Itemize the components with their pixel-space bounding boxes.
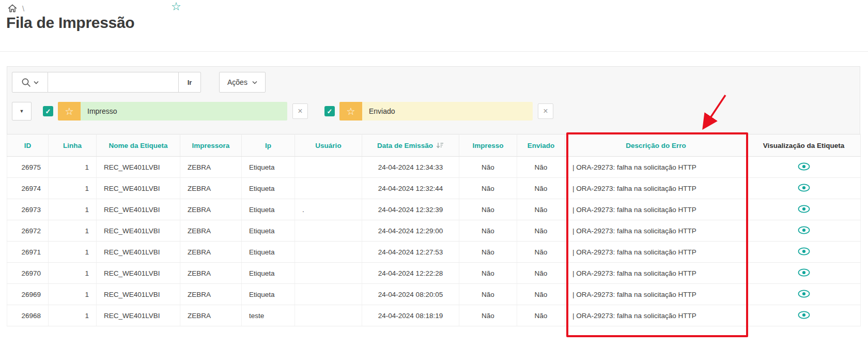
- column-header-enviado[interactable]: Enviado: [517, 134, 565, 157]
- column-header-ip[interactable]: Ip: [242, 134, 295, 157]
- actions-label: Ações: [227, 78, 247, 86]
- column-header-linha[interactable]: Linha: [49, 134, 97, 157]
- cell-impressora: ZEBRA: [180, 157, 242, 178]
- cell-ip: Etiqueta: [242, 263, 295, 284]
- column-header-label: ID: [24, 142, 32, 149]
- breadcrumb-separator: \: [22, 4, 24, 13]
- cell-data: 24-04-2024 12:27:53: [362, 242, 459, 263]
- cell-nome: REC_WE401LVBI: [97, 199, 180, 220]
- eye-icon: [797, 226, 811, 234]
- cell-erro: | ORA-29273: falha na solicitação HTTP: [565, 305, 747, 326]
- view-label-button[interactable]: [747, 284, 861, 305]
- search-input[interactable]: [48, 72, 179, 93]
- view-label-button[interactable]: [747, 199, 861, 220]
- cell-enviado: Não: [517, 305, 565, 326]
- column-header-impressora[interactable]: Impressora: [180, 134, 242, 157]
- eye-icon: [797, 184, 811, 192]
- cell-data: 24-04-2024 12:32:44: [362, 178, 459, 199]
- cell-nome: REC_WE401LVBI: [97, 157, 180, 178]
- table-row: 269721REC_WE401LVBIZEBRAEtiqueta24-04-20…: [7, 220, 861, 242]
- cell-impresso: Não: [459, 242, 517, 263]
- cell-nome: REC_WE401LVBI: [97, 242, 180, 263]
- cell-erro: | ORA-29273: falha na solicitação HTTP: [565, 220, 747, 242]
- cell-impressora: ZEBRA: [180, 178, 242, 199]
- filter-chip-impresso[interactable]: ☆ Impresso: [58, 102, 287, 121]
- eye-icon: [797, 311, 811, 319]
- eye-icon: [797, 162, 811, 171]
- cell-usuario: .: [295, 199, 362, 220]
- column-header-label: Impressora: [192, 142, 230, 149]
- column-header-label: Descrição do Erro: [626, 142, 686, 149]
- check-icon: ✓: [45, 108, 51, 115]
- filter-enviado-remove-button[interactable]: ×: [538, 103, 553, 119]
- cell-ip: Etiqueta: [242, 157, 295, 178]
- view-label-button[interactable]: [747, 157, 861, 178]
- search-icon: [21, 78, 31, 87]
- cell-id: 26972: [7, 220, 49, 242]
- filter-enviado-checkbox[interactable]: ✓: [324, 106, 335, 116]
- cell-enviado: Não: [517, 263, 565, 284]
- column-header-nome[interactable]: Nome da Etiqueta: [97, 134, 180, 157]
- view-label-button[interactable]: [747, 220, 861, 242]
- cell-ip: Etiqueta: [242, 220, 295, 242]
- cell-linha: 1: [49, 242, 97, 263]
- cell-impressora: ZEBRA: [180, 199, 242, 220]
- eye-icon: [797, 205, 811, 213]
- go-button[interactable]: Ir: [178, 72, 201, 93]
- cell-linha: 1: [49, 199, 97, 220]
- cell-impressora: ZEBRA: [180, 263, 242, 284]
- filter-impresso-checkbox[interactable]: ✓: [43, 106, 53, 116]
- cell-linha: 1: [49, 220, 97, 242]
- cell-data: 24-04-2024 12:34:33: [362, 157, 459, 178]
- cell-erro: | ORA-29273: falha na solicitação HTTP: [565, 199, 747, 220]
- cell-linha: 1: [49, 284, 97, 305]
- column-header-id[interactable]: ID: [7, 134, 49, 157]
- cell-erro: | ORA-29273: falha na solicitação HTTP: [565, 263, 747, 284]
- cell-impresso: Não: [459, 199, 517, 220]
- cell-data: 24-04-2024 08:18:19: [362, 305, 459, 326]
- view-label-button[interactable]: [747, 263, 861, 284]
- table-row: 269741REC_WE401LVBIZEBRAEtiqueta24-04-20…: [7, 178, 861, 199]
- chevron-down-icon: [34, 81, 39, 84]
- cell-enviado: Não: [517, 178, 565, 199]
- eye-icon: [797, 290, 811, 298]
- cell-nome: REC_WE401LVBI: [97, 284, 180, 305]
- cell-enviado: Não: [517, 284, 565, 305]
- cell-nome: REC_WE401LVBI: [97, 220, 180, 242]
- search-column-selector-button[interactable]: [12, 72, 48, 93]
- column-header-erro[interactable]: Descrição do Erro: [565, 134, 747, 157]
- table-row: 269711REC_WE401LVBIZEBRAEtiqueta24-04-20…: [7, 242, 861, 263]
- column-header-visual[interactable]: Visualização da Etiqueta: [747, 134, 861, 157]
- table-row: 269731REC_WE401LVBIZEBRAEtiqueta.24-04-2…: [7, 199, 861, 220]
- filter-impresso-label[interactable]: Impresso: [81, 102, 287, 121]
- cell-id: 26975: [7, 157, 49, 178]
- triangle-down-icon: ▼: [20, 109, 24, 114]
- filter-chip-enviado[interactable]: ☆ Enviado: [339, 102, 533, 121]
- favorite-star-icon[interactable]: ☆: [171, 1, 181, 12]
- cell-enviado: Não: [517, 220, 565, 242]
- star-icon[interactable]: ☆: [58, 102, 81, 121]
- cell-impressora: ZEBRA: [180, 220, 242, 242]
- column-header-data[interactable]: Data de Emissão: [362, 134, 459, 157]
- cell-id: 26974: [7, 178, 49, 199]
- column-header-impresso[interactable]: Impresso: [459, 134, 517, 157]
- view-label-button[interactable]: [747, 178, 861, 199]
- report-settings-toggle-button[interactable]: ▼: [12, 102, 32, 121]
- cell-ip: Etiqueta: [242, 242, 295, 263]
- filter-impresso-remove-button[interactable]: ×: [292, 103, 308, 119]
- filter-enviado-label[interactable]: Enviado: [362, 102, 533, 121]
- view-label-button[interactable]: [747, 242, 861, 263]
- cell-impresso: Não: [459, 157, 517, 178]
- column-header-usuario[interactable]: Usuário: [295, 134, 362, 157]
- cell-erro: | ORA-29273: falha na solicitação HTTP: [565, 284, 747, 305]
- cell-nome: REC_WE401LVBI: [97, 305, 180, 326]
- view-label-button[interactable]: [747, 305, 861, 326]
- star-icon[interactable]: ☆: [339, 102, 362, 121]
- cell-usuario: [295, 178, 362, 199]
- actions-menu-button[interactable]: Ações: [219, 72, 266, 93]
- cell-usuario: [295, 305, 362, 326]
- column-header-label: Usuário: [315, 142, 341, 149]
- cell-ip: Etiqueta: [242, 199, 295, 220]
- column-header-label: Enviado: [528, 142, 555, 149]
- home-icon[interactable]: [7, 3, 18, 13]
